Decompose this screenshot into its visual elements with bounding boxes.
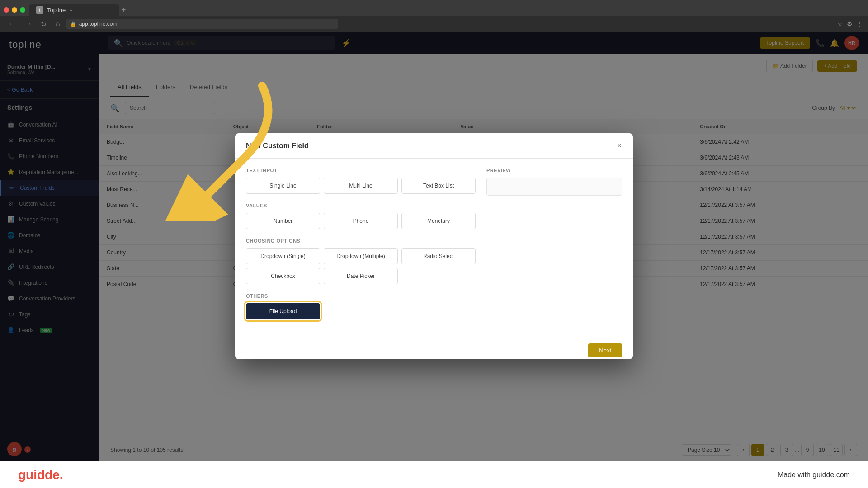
text-input-options: Single Line Multi Line Text Box List [246,178,476,194]
browser-chrome: t Topline × + ← → ↻ ⌂ 🔒 app.topline.com … [0,0,868,32]
modal-footer: Next [235,338,633,359]
others-label: Others [246,293,476,299]
number-button[interactable]: Number [246,213,320,229]
choosing-options-label: Choosing Options [246,238,476,244]
values-section: Values Number Phone Monetary [246,203,476,229]
modal-body: Text Input Single Line Multi Line Text B… [235,159,633,338]
tab-bar: t Topline × + [0,0,868,16]
forward-button[interactable]: → [22,19,34,29]
preview-label: Preview [486,168,622,173]
footer: guidde. Made with guidde.com [0,461,868,488]
address-bar[interactable]: 🔒 app.topline.com [66,19,338,29]
multi-line-button[interactable]: Multi Line [324,178,398,194]
modal-header: New Custom Field × [235,133,633,159]
nav-actions: ☆ ⚙ ⋮ [837,20,863,28]
menu-icon[interactable]: ⋮ [856,20,863,28]
bookmark-icon[interactable]: ☆ [837,20,843,28]
checkbox-button[interactable]: Checkbox [246,268,320,284]
new-tab-button[interactable]: + [121,5,126,15]
single-line-button[interactable]: Single Line [246,178,320,194]
text-box-list-button[interactable]: Text Box List [401,178,476,194]
values-section-label: Values [246,203,476,208]
monetary-button[interactable]: Monetary [401,213,476,229]
modal-left-panel: Text Input Single Line Multi Line Text B… [246,168,476,328]
close-traffic-light[interactable] [4,7,9,13]
minimize-traffic-light[interactable] [12,7,17,13]
tab-close-icon[interactable]: × [69,7,72,13]
nav-bar: ← → ↻ ⌂ 🔒 app.topline.com ☆ ⚙ ⋮ [0,16,868,32]
browser-tab[interactable]: t Topline × [29,4,119,16]
footer-text: Made with guidde.com [778,471,850,479]
date-picker-button[interactable]: Date Picker [324,268,398,284]
text-input-section: Text Input Single Line Multi Line Text B… [246,168,476,194]
modal-title: New Custom Field [246,142,309,150]
footer-logo: guidde. [18,468,63,482]
modal-close-button[interactable]: × [617,141,622,151]
new-custom-field-modal: New Custom Field × Text Input Single Lin… [235,133,633,359]
others-section: Others File Upload [246,293,476,319]
dropdown-single-button[interactable]: Dropdown (Single) [246,248,320,264]
url-text: app.topline.com [79,21,118,27]
next-button[interactable]: Next [588,343,622,357]
choosing-options-section: Choosing Options Dropdown (Single) Dropd… [246,238,476,284]
back-button[interactable]: ← [5,19,18,29]
values-options: Number Phone Monetary [246,213,476,229]
maximize-traffic-light[interactable] [20,7,25,13]
file-upload-button[interactable]: File Upload [246,303,320,319]
refresh-button[interactable]: ↻ [38,19,49,29]
others-options: File Upload [246,303,476,319]
extensions-icon[interactable]: ⚙ [847,20,853,28]
home-button[interactable]: ⌂ [53,19,63,29]
choosing-options-options: Dropdown (Single) Dropdown (Multiple) Ra… [246,248,476,284]
radio-select-button[interactable]: Radio Select [401,248,476,264]
phone-button[interactable]: Phone [324,213,398,229]
tab-title: Topline [47,7,66,14]
tab-favicon: t [36,6,43,14]
modal-right-panel: Preview [486,168,622,328]
preview-box [486,178,622,196]
modal-overlay: New Custom Field × Text Input Single Lin… [0,32,868,461]
dropdown-multiple-button[interactable]: Dropdown (Multiple) [324,248,398,264]
traffic-lights [4,7,25,13]
text-input-label: Text Input [246,168,476,173]
